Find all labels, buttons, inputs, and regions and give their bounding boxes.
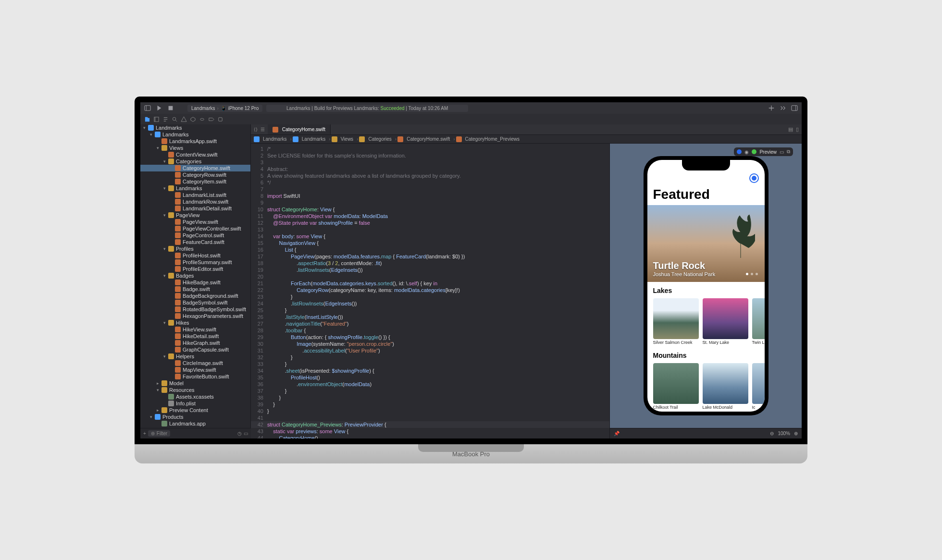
category-scroll[interactable]: Chilkoot TrailLake McDonaldIc xyxy=(647,361,765,412)
code-line[interactable]: 15 NavigationView { xyxy=(251,240,609,246)
disclosure-triangle-icon[interactable]: ▾ xyxy=(150,414,155,419)
code-line[interactable]: 26 .listStyle(InsetListStyle()) xyxy=(251,314,609,320)
disclosure-triangle-icon[interactable]: ▾ xyxy=(163,159,168,164)
code-line[interactable]: 4Abstract: xyxy=(251,166,609,172)
disclosure-triangle-icon[interactable]: ▾ xyxy=(157,146,161,150)
code-line[interactable]: 12 @State private var showingProfile = f… xyxy=(251,219,609,226)
issue-navigator-icon[interactable] xyxy=(181,116,187,122)
code-line[interactable]: 33 } xyxy=(251,361,609,367)
file-featurecard-swift[interactable]: FeatureCard.swift xyxy=(140,239,250,245)
disclosure-triangle-icon[interactable]: ▸ xyxy=(157,381,161,386)
library-icon[interactable] xyxy=(780,105,786,111)
profile-button[interactable] xyxy=(749,173,759,183)
preview-pin-icon[interactable]: 📌 xyxy=(614,431,620,436)
back-icon[interactable]: ⟨⟩ xyxy=(254,127,258,132)
folder-pageview[interactable]: ▾PageView xyxy=(140,212,250,219)
code-line[interactable]: 13 xyxy=(251,226,609,233)
file-circleimage-swift[interactable]: CircleImage.swift xyxy=(140,360,250,366)
disclosure-triangle-icon[interactable]: ▾ xyxy=(143,125,148,130)
inspectors-icon[interactable] xyxy=(791,105,798,111)
report-navigator-icon[interactable] xyxy=(217,116,223,122)
code-line[interactable]: 19 .listRowInsets(EdgeInsets()) xyxy=(251,267,609,273)
folder-preview-content[interactable]: ▸Preview Content xyxy=(140,407,250,414)
category-item[interactable]: Chilkoot Trail xyxy=(653,363,699,410)
folder-badges[interactable]: ▾Badges xyxy=(140,272,250,279)
test-navigator-icon[interactable] xyxy=(190,116,196,122)
code-line[interactable]: 20 xyxy=(251,273,609,280)
file-info-plist[interactable]: Info.plist xyxy=(140,400,250,407)
disclosure-triangle-icon[interactable]: ▾ xyxy=(150,132,155,137)
file-hikedetail-swift[interactable]: HikeDetail.swift xyxy=(140,333,250,340)
code-line[interactable]: 9 xyxy=(251,199,609,206)
disclosure-triangle-icon[interactable]: ▾ xyxy=(163,354,168,359)
file-mapview-swift[interactable]: MapView.swift xyxy=(140,366,250,373)
category-item[interactable]: Silver Salmon Creek xyxy=(653,298,699,345)
file-landmarks[interactable]: ▾Landmarks xyxy=(140,124,250,131)
debug-navigator-icon[interactable] xyxy=(199,116,205,122)
disclosure-triangle-icon[interactable]: ▾ xyxy=(163,246,168,251)
disclosure-triangle-icon[interactable]: ▾ xyxy=(163,213,168,218)
code-line[interactable]: 40} xyxy=(251,408,609,414)
code-line[interactable]: 31 .accessibilityLabel("User Profile") xyxy=(251,347,609,354)
device-settings-icon[interactable]: ▭ xyxy=(780,149,784,155)
folder-resources[interactable]: ▾Resources xyxy=(140,387,250,393)
code-line[interactable]: 22 CategoryRow(categoryName: key, items:… xyxy=(251,287,609,293)
disclosure-triangle-icon[interactable]: ▾ xyxy=(157,388,161,392)
disclosure-triangle-icon[interactable]: ▾ xyxy=(163,186,168,191)
recent-files-icon[interactable]: ◷ xyxy=(237,431,242,436)
file-graphcapsule-swift[interactable]: GraphCapsule.swift xyxy=(140,346,250,353)
folder-hikes[interactable]: ▾Hikes xyxy=(140,319,250,326)
code-line[interactable]: 2See LICENSE folder for this sample's li… xyxy=(251,152,609,159)
code-line[interactable]: 8import SwiftUI xyxy=(251,193,609,199)
folder-views[interactable]: ▾Views xyxy=(140,145,250,151)
breadcrumb[interactable]: CategoryHome.swift xyxy=(397,136,455,142)
code-line[interactable]: 28 .toolbar { xyxy=(251,327,609,334)
code-line[interactable]: 38 } xyxy=(251,394,609,401)
zoom-in-icon[interactable]: ⊕ xyxy=(794,431,798,436)
code-line[interactable]: 21 ForEach(modelData.categories.keys.sor… xyxy=(251,280,609,287)
file-profilesummary-swift[interactable]: ProfileSummary.swift xyxy=(140,259,250,266)
code-line[interactable]: 25 } xyxy=(251,307,609,314)
code-line[interactable]: 23 } xyxy=(251,293,609,300)
file-hexagonparameters-swift[interactable]: HexagonParameters.swift xyxy=(140,313,250,319)
file-rotatedbadgesymbol-swift[interactable]: RotatedBadgeSymbol.swift xyxy=(140,306,250,313)
file-hikeview-swift[interactable]: HikeView.swift xyxy=(140,326,250,333)
file-categoryhome-swift[interactable]: CategoryHome.swift xyxy=(140,165,250,171)
folder-categories[interactable]: ▾Categories xyxy=(140,158,250,165)
code-line[interactable]: 27 .navigationTitle("Featured") xyxy=(251,320,609,327)
project-navigator-icon[interactable] xyxy=(144,116,150,122)
file-badgesymbol-swift[interactable]: BadgeSymbol.swift xyxy=(140,299,250,306)
duplicate-preview-icon[interactable]: ⧉ xyxy=(787,149,790,155)
code-line[interactable]: 5A view showing featured landmarks above… xyxy=(251,172,609,179)
disclosure-triangle-icon[interactable]: ▾ xyxy=(163,320,168,325)
file-categoryitem-swift[interactable]: CategoryItem.swift xyxy=(140,178,250,185)
code-line[interactable]: 6*/ xyxy=(251,179,609,186)
plus-icon[interactable] xyxy=(768,105,775,111)
code-line[interactable]: 11 @EnvironmentObject var modelData: Mod… xyxy=(251,213,609,219)
source-control-navigator-icon[interactable] xyxy=(153,116,160,122)
folder-model[interactable]: ▸Model xyxy=(140,380,250,387)
folder-helpers[interactable]: ▾Helpers xyxy=(140,353,250,360)
code-line[interactable]: 1/* xyxy=(251,146,609,152)
breadcrumb[interactable]: CategoryHome_Previews xyxy=(456,136,523,142)
code-line[interactable]: 36 .environmentObject(modelData) xyxy=(251,381,609,388)
run-icon[interactable] xyxy=(156,105,162,111)
file-hikegraph-swift[interactable]: HikeGraph.swift xyxy=(140,340,250,346)
breadcrumb[interactable]: Categories xyxy=(359,136,397,142)
code-line[interactable]: 7 xyxy=(251,186,609,193)
feature-card[interactable]: Turtle Rock Joshua Tree National Park xyxy=(647,205,765,282)
code-line[interactable]: 37 } xyxy=(251,388,609,394)
file-pageview-swift[interactable]: PageView.swift xyxy=(140,219,250,225)
code-line[interactable]: 32 } xyxy=(251,354,609,361)
category-scroll[interactable]: Silver Salmon CreekSt. Mary LakeTwin L xyxy=(647,296,765,347)
code-line[interactable]: 14 var body: some View { xyxy=(251,233,609,240)
breakpoint-navigator-icon[interactable] xyxy=(208,116,214,122)
file-favoritebutton-swift[interactable]: FavoriteButton.swift xyxy=(140,373,250,380)
pin-preview-icon[interactable]: ◉ xyxy=(744,149,749,155)
folder-profiles[interactable]: ▾Profiles xyxy=(140,245,250,252)
code-line[interactable]: 29 Button(action: { showingProfile.toggl… xyxy=(251,334,609,341)
file-landmarks-app[interactable]: Landmarks.app xyxy=(140,420,250,427)
file-badge-swift[interactable]: Badge.swift xyxy=(140,286,250,292)
scheme-selector[interactable]: Landmarks › 📱 iPhone 12 Pro xyxy=(187,105,262,112)
code-line[interactable]: 24 .listRowInsets(EdgeInsets()) xyxy=(251,300,609,307)
